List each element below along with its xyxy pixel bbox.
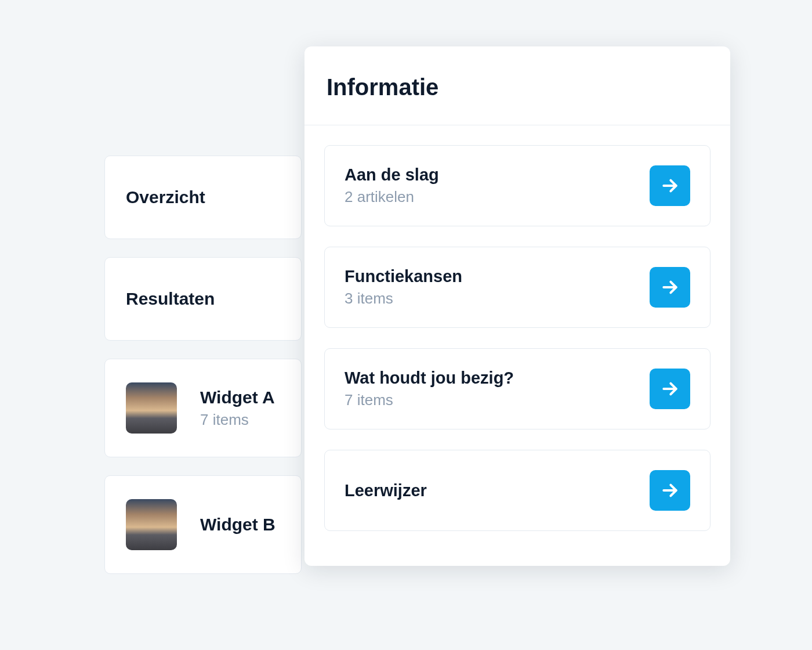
card-title: Widget A — [200, 388, 275, 407]
thumbnail-image — [126, 499, 177, 550]
info-title: Wat houdt jou bezig? — [345, 369, 514, 388]
info-title: Aan de slag — [345, 165, 439, 185]
arrow-button[interactable] — [650, 470, 690, 511]
card-title: Overzicht — [126, 187, 205, 207]
card-overzicht[interactable]: Overzicht — [104, 156, 302, 239]
arrow-right-icon — [661, 278, 679, 297]
info-card-leerwijzer[interactable]: Leerwijzer — [324, 450, 710, 531]
arrow-button[interactable] — [650, 165, 690, 206]
background-card-list: Overzicht Resultaten Widget A 7 items Wi… — [104, 156, 302, 574]
card-title: Widget B — [200, 515, 276, 535]
card-resultaten[interactable]: Resultaten — [104, 257, 302, 341]
panel-header: Informatie — [304, 46, 730, 125]
arrow-button[interactable] — [650, 267, 690, 308]
card-title: Resultaten — [126, 289, 215, 309]
arrow-right-icon — [661, 176, 679, 195]
arrow-right-icon — [661, 380, 679, 398]
panel-title: Informatie — [327, 74, 708, 100]
info-card-wat-houdt-jou-bezig[interactable]: Wat houdt jou bezig? 7 items — [324, 348, 710, 429]
info-title: Leerwijzer — [345, 481, 427, 500]
arrow-button[interactable] — [650, 369, 690, 409]
card-widget-b[interactable]: Widget B — [104, 475, 302, 574]
info-card-aan-de-slag[interactable]: Aan de slag 2 artikelen — [324, 145, 710, 226]
card-widget-a[interactable]: Widget A 7 items — [104, 359, 302, 457]
info-subtitle: 2 artikelen — [345, 188, 439, 206]
informatie-panel: Informatie Aan de slag 2 artikelen Funct… — [304, 46, 730, 566]
info-subtitle: 3 items — [345, 290, 462, 308]
info-card-functiekansen[interactable]: Functiekansen 3 items — [324, 247, 710, 328]
thumbnail-image — [126, 382, 177, 434]
arrow-right-icon — [661, 481, 679, 500]
info-subtitle: 7 items — [345, 391, 514, 409]
info-title: Functiekansen — [345, 267, 462, 286]
panel-body: Aan de slag 2 artikelen Functiekansen 3 … — [304, 125, 730, 566]
card-subtitle: 7 items — [200, 411, 275, 429]
